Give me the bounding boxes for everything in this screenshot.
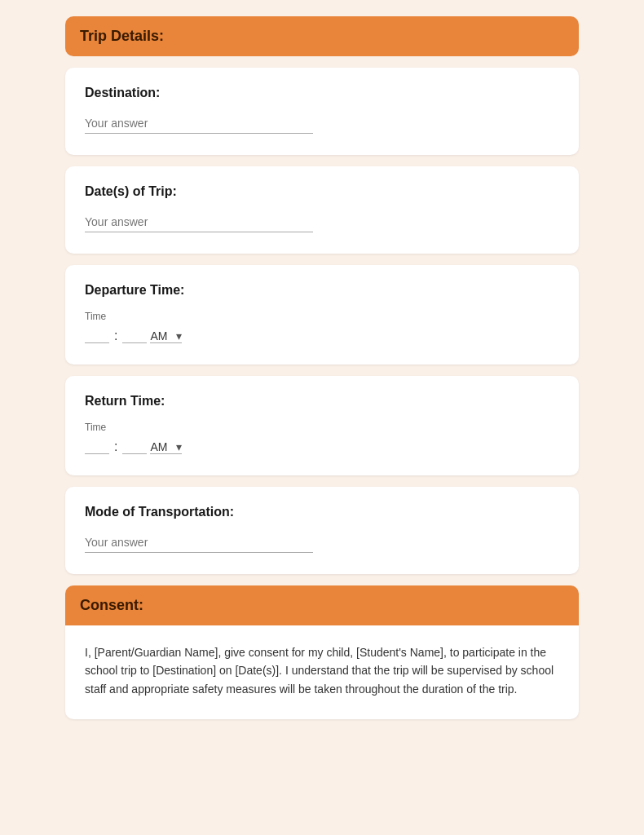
consent-text: I, [Parent/Guardian Name], give consent …: [85, 643, 559, 698]
destination-input[interactable]: [85, 113, 313, 134]
destination-label: Destination:: [85, 86, 559, 100]
departure-ampm-select[interactable]: AM PM: [150, 329, 182, 343]
consent-title: Consent:: [80, 597, 143, 613]
departure-time-colon: :: [114, 329, 117, 343]
transportation-input[interactable]: [85, 532, 313, 553]
consent-header: Consent:: [65, 585, 579, 625]
return-time-label: Return Time:: [85, 394, 559, 409]
dates-of-trip-label: Date(s) of Trip:: [85, 184, 559, 199]
consent-card: I, [Parent/Guardian Name], give consent …: [65, 625, 579, 719]
trip-details-title: Trip Details:: [80, 28, 164, 44]
return-time-card: Return Time: Time : AM PM: [65, 376, 579, 475]
consent-section: Consent: I, [Parent/Guardian Name], give…: [65, 585, 579, 719]
return-time-colon: :: [114, 440, 117, 454]
departure-minute-input[interactable]: [122, 329, 147, 343]
return-ampm-wrapper: AM PM: [150, 440, 182, 454]
departure-hour-input[interactable]: [85, 329, 109, 343]
dates-of-trip-input[interactable]: [85, 212, 313, 232]
return-minute-input[interactable]: [122, 440, 147, 454]
departure-time-label: Departure Time:: [85, 283, 559, 298]
departure-time-card: Departure Time: Time : AM PM: [65, 265, 579, 364]
return-time-row: : AM PM: [85, 440, 559, 454]
departure-time-sublabel: Time: [85, 311, 559, 322]
trip-details-header-card: Trip Details:: [65, 16, 579, 56]
transportation-card: Mode of Transportation:: [65, 487, 579, 574]
destination-card: Destination:: [65, 68, 579, 155]
departure-ampm-wrapper: AM PM: [150, 329, 182, 343]
dates-of-trip-card: Date(s) of Trip:: [65, 166, 579, 254]
transportation-label: Mode of Transportation:: [85, 505, 559, 519]
departure-time-row: : AM PM: [85, 329, 559, 343]
return-hour-input[interactable]: [85, 440, 109, 454]
return-ampm-select[interactable]: AM PM: [150, 440, 182, 454]
return-time-sublabel: Time: [85, 422, 559, 433]
